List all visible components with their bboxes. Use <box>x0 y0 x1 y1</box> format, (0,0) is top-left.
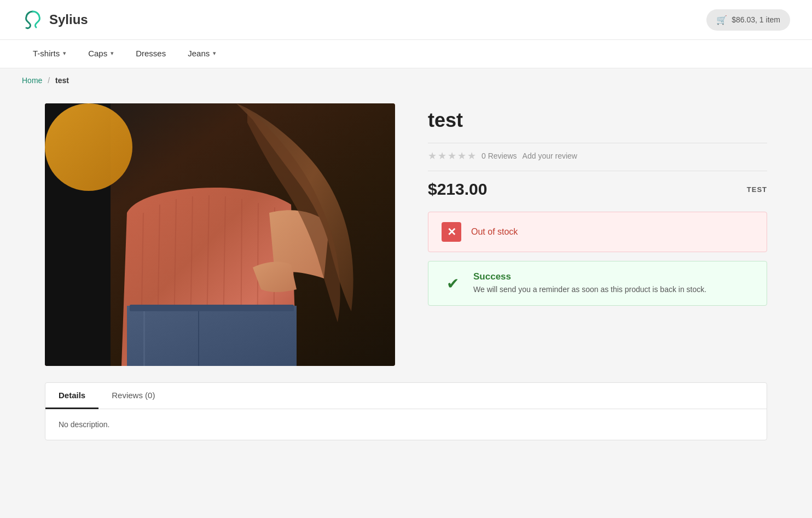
tabs-header: Details Reviews (0) <box>45 383 767 409</box>
cart-button[interactable]: 🛒 $86.03, 1 item <box>706 9 790 31</box>
success-body: We will send you a reminder as soon as t… <box>473 284 753 295</box>
add-review-link[interactable]: Add your review <box>523 152 577 160</box>
product-code: TEST <box>747 185 767 194</box>
nav-label-dresses: Dresses <box>136 49 166 58</box>
nav-item-dresses[interactable]: Dresses <box>125 40 177 68</box>
chevron-down-icon: ▾ <box>111 50 114 57</box>
breadcrumb-current: test <box>55 76 69 85</box>
tab-details-content: No description. <box>45 409 767 440</box>
cart-icon: 🛒 <box>716 15 727 25</box>
header: Sylius 🛒 $86.03, 1 item <box>0 0 812 40</box>
nav-item-tshirts[interactable]: T-shirts ▾ <box>22 40 77 68</box>
chevron-down-icon: ▾ <box>63 50 66 57</box>
star-rating: ★ ★ ★ ★ ★ <box>428 150 476 162</box>
svg-point-2 <box>45 103 132 191</box>
reviews-row: ★ ★ ★ ★ ★ 0 Reviews Add your review <box>428 150 767 162</box>
out-of-stock-alert: ✕ Out of stock <box>428 212 767 252</box>
product-title: test <box>428 109 767 132</box>
logo-area: Sylius <box>22 9 88 31</box>
success-content: Success We will send you a reminder as s… <box>473 271 753 295</box>
nav-item-jeans[interactable]: Jeans ▾ <box>177 40 227 68</box>
sylius-logo-icon <box>22 9 44 31</box>
star-1: ★ <box>428 150 437 162</box>
svg-rect-14 <box>130 305 294 311</box>
star-2: ★ <box>438 150 446 162</box>
reviews-count: 0 Reviews <box>482 152 517 160</box>
success-checkmark-icon: ✔ <box>442 272 463 294</box>
main-nav: T-shirts ▾ Caps ▾ Dresses Jeans ▾ <box>0 40 812 68</box>
cart-label: $86.03, 1 item <box>732 15 780 24</box>
product-image <box>45 103 395 366</box>
svg-rect-13 <box>198 306 199 366</box>
main-content: test ★ ★ ★ ★ ★ 0 Reviews Add your review… <box>23 92 789 462</box>
success-alert: ✔ Success We will send you a reminder as… <box>428 261 767 306</box>
nav-label-tshirts: T-shirts <box>33 49 60 58</box>
nav-label-jeans: Jeans <box>188 49 210 58</box>
breadcrumb-separator: / <box>48 76 50 85</box>
out-of-stock-text: Out of stock <box>471 227 518 237</box>
logo-text: Sylius <box>49 12 88 27</box>
chevron-down-icon: ▾ <box>213 50 216 57</box>
price-row: $213.00 TEST <box>428 180 767 199</box>
svg-rect-12 <box>143 309 145 366</box>
breadcrumb: Home / test <box>0 68 812 92</box>
error-icon: ✕ <box>442 222 461 242</box>
breadcrumb-home-link[interactable]: Home <box>22 76 42 85</box>
nav-item-caps[interactable]: Caps ▾ <box>77 40 125 68</box>
star-3: ★ <box>448 150 456 162</box>
star-5: ★ <box>467 150 476 162</box>
tab-details[interactable]: Details <box>45 383 98 409</box>
tab-reviews[interactable]: Reviews (0) <box>98 383 168 409</box>
product-details: test ★ ★ ★ ★ ★ 0 Reviews Add your review… <box>428 103 767 366</box>
product-price: $213.00 <box>428 180 487 199</box>
tabs-area: Details Reviews (0) No description. <box>45 382 767 440</box>
star-4: ★ <box>457 150 466 162</box>
product-divider-2 <box>428 171 767 171</box>
nav-label-caps: Caps <box>88 49 107 58</box>
product-area: test ★ ★ ★ ★ ★ 0 Reviews Add your review… <box>45 103 767 366</box>
product-divider <box>428 143 767 143</box>
product-image-svg <box>45 103 395 366</box>
success-title: Success <box>473 271 753 282</box>
